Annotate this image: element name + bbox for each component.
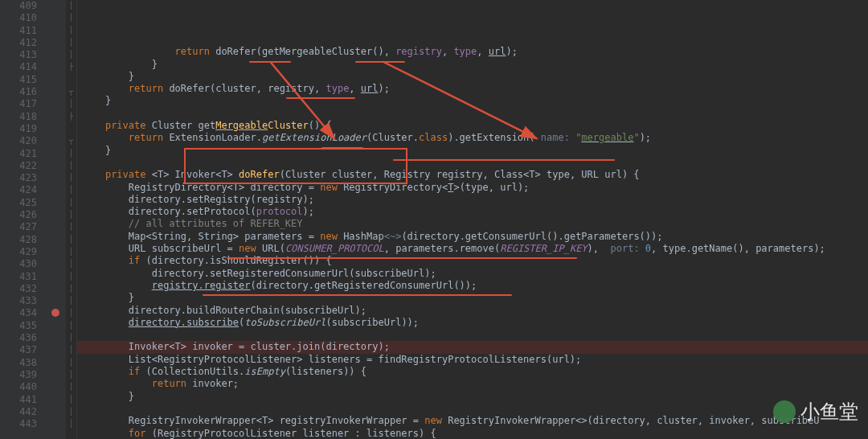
code-area[interactable]: return doRefer(getMergeableCluster(), re… bbox=[77, 0, 868, 439]
code-line[interactable]: if (CollectionUtils.isEmpty(listeners)) … bbox=[82, 366, 868, 378]
gutter-icon-cell[interactable] bbox=[48, 12, 66, 24]
gutter-icon-cell[interactable] bbox=[48, 37, 66, 49]
gutter-icon-cell[interactable] bbox=[48, 123, 66, 135]
gutter-icon-cell[interactable] bbox=[48, 197, 66, 209]
line-number[interactable]: 423 bbox=[0, 172, 37, 184]
fold-marker[interactable]: ┬ bbox=[66, 135, 76, 147]
gutter-icon-cell[interactable] bbox=[48, 61, 66, 73]
line-number[interactable]: 412 bbox=[0, 37, 37, 49]
line-number[interactable]: 425 bbox=[0, 197, 37, 209]
line-number[interactable]: 430 bbox=[0, 258, 37, 270]
code-line[interactable]: } bbox=[82, 59, 868, 71]
code-line[interactable]: } bbox=[82, 391, 868, 403]
line-number[interactable]: 427 bbox=[0, 221, 37, 233]
fold-marker[interactable]: │ bbox=[66, 246, 76, 258]
code-line[interactable]: return ExtensionLoader.getExtensionLoade… bbox=[82, 132, 868, 144]
fold-marker[interactable]: │ bbox=[66, 332, 76, 344]
line-number[interactable]: 436 bbox=[0, 332, 37, 344]
gutter-icon-cell[interactable] bbox=[48, 381, 66, 393]
code-line[interactable]: } bbox=[82, 71, 868, 83]
fold-marker[interactable]: ├ bbox=[66, 111, 76, 123]
fold-marker[interactable]: │ bbox=[66, 25, 76, 37]
gutter-icon-cell[interactable] bbox=[48, 184, 66, 196]
code-line[interactable] bbox=[82, 329, 868, 341]
line-number[interactable]: 420 bbox=[0, 135, 37, 147]
line-number[interactable]: 418 bbox=[0, 111, 37, 123]
breakpoint-icon[interactable] bbox=[51, 309, 59, 317]
code-line[interactable]: directory.setRegisteredConsumerUrl(subsc… bbox=[82, 268, 868, 280]
code-line[interactable]: directory.buildRouterChain(subscribeUrl)… bbox=[82, 305, 868, 317]
line-number[interactable]: 416 bbox=[0, 86, 37, 98]
fold-marker[interactable]: │ bbox=[66, 234, 76, 246]
gutter-icon-cell[interactable] bbox=[48, 295, 66, 307]
code-line[interactable]: List<RegistryProtocolListener> listeners… bbox=[82, 354, 868, 366]
line-number[interactable]: 443 bbox=[0, 418, 37, 430]
line-number[interactable]: 439 bbox=[0, 369, 37, 381]
fold-marker[interactable]: │ bbox=[66, 406, 76, 418]
line-number[interactable]: 440 bbox=[0, 381, 37, 393]
line-number[interactable]: 422 bbox=[0, 160, 37, 172]
fold-marker[interactable]: │ bbox=[66, 344, 76, 356]
line-number[interactable]: 417 bbox=[0, 98, 37, 110]
gutter-icon-cell[interactable] bbox=[48, 234, 66, 246]
line-number[interactable]: 437 bbox=[0, 344, 37, 356]
line-number[interactable]: 434 bbox=[0, 307, 37, 319]
gutter-icon-cell[interactable] bbox=[48, 283, 66, 295]
gutter-icon-cell[interactable] bbox=[48, 271, 66, 283]
code-line[interactable] bbox=[82, 108, 868, 120]
line-number[interactable]: 413 bbox=[0, 49, 37, 61]
fold-marker[interactable]: │ bbox=[66, 295, 76, 307]
code-line[interactable]: URL subscribeUrl = new URL(CONSUMER_PROT… bbox=[82, 243, 868, 255]
line-number[interactable]: 432 bbox=[0, 283, 37, 295]
line-number[interactable]: 441 bbox=[0, 394, 37, 406]
line-number[interactable]: 428 bbox=[0, 234, 37, 246]
line-number[interactable]: 429 bbox=[0, 246, 37, 258]
gutter-icon-cell[interactable] bbox=[48, 49, 66, 61]
gutter-icon-cell[interactable] bbox=[48, 172, 66, 184]
fold-marker[interactable]: │ bbox=[66, 258, 76, 270]
fold-marker[interactable]: │ bbox=[66, 271, 76, 283]
fold-marker[interactable]: │ bbox=[66, 418, 76, 430]
code-line[interactable] bbox=[82, 34, 868, 46]
line-number[interactable]: 419 bbox=[0, 123, 37, 135]
gutter-icon-cell[interactable] bbox=[48, 357, 66, 369]
gutter-icon-cell[interactable] bbox=[48, 246, 66, 258]
fold-marker[interactable] bbox=[66, 123, 76, 135]
code-line[interactable]: registry.register(directory.getRegistere… bbox=[82, 280, 868, 292]
gutter-icon-cell[interactable] bbox=[48, 98, 66, 110]
gutter-icon-cell[interactable] bbox=[48, 258, 66, 270]
fold-marker[interactable]: │ bbox=[66, 209, 76, 221]
gutter-icon-cell[interactable] bbox=[48, 209, 66, 221]
fold-marker[interactable]: │ bbox=[66, 369, 76, 381]
fold-marker[interactable]: ├ bbox=[66, 61, 76, 73]
fold-marker[interactable]: │ bbox=[66, 148, 76, 160]
fold-marker[interactable]: │ bbox=[66, 381, 76, 393]
gutter-icon-cell[interactable] bbox=[48, 221, 66, 233]
gutter-icon-cell[interactable] bbox=[48, 406, 66, 418]
fold-marker[interactable]: │ bbox=[66, 394, 76, 406]
gutter-icon-cell[interactable] bbox=[48, 332, 66, 344]
gutter-icon-cell[interactable] bbox=[48, 111, 66, 123]
line-number[interactable]: 421 bbox=[0, 148, 37, 160]
fold-marker[interactable]: │ bbox=[66, 357, 76, 369]
code-line[interactable]: private Cluster getMergeableCluster() { bbox=[82, 120, 868, 132]
code-line[interactable]: // all attributes of REFER_KEY bbox=[82, 218, 868, 230]
line-number-gutter[interactable]: 4094104114124134144154164174184194204214… bbox=[0, 0, 48, 439]
fold-marker[interactable]: │ bbox=[66, 172, 76, 184]
gutter-icon-cell[interactable] bbox=[48, 344, 66, 356]
code-line[interactable]: return doRefer(getMergeableCluster(), re… bbox=[82, 46, 868, 58]
fold-marker[interactable]: │ bbox=[66, 221, 76, 233]
line-number[interactable]: 424 bbox=[0, 184, 37, 196]
line-number[interactable]: 435 bbox=[0, 320, 37, 332]
line-number[interactable]: 438 bbox=[0, 357, 37, 369]
fold-marker[interactable]: │ bbox=[66, 307, 76, 319]
code-line[interactable]: directory.setProtocol(protocol); bbox=[82, 206, 868, 218]
code-line[interactable]: Invoker<T> invoker = cluster.join(direct… bbox=[77, 341, 868, 353]
line-number[interactable]: 415 bbox=[0, 74, 37, 86]
code-line[interactable]: Map<String, String> parameters = new Has… bbox=[82, 231, 868, 243]
fold-marker[interactable]: │ bbox=[66, 283, 76, 295]
code-line[interactable]: directory.subscribe(toSubscribeUrl(subsc… bbox=[82, 317, 868, 329]
fold-marker[interactable]: │ bbox=[66, 98, 76, 110]
fold-marker[interactable]: │ bbox=[66, 37, 76, 49]
fold-marker[interactable]: │ bbox=[66, 0, 76, 12]
